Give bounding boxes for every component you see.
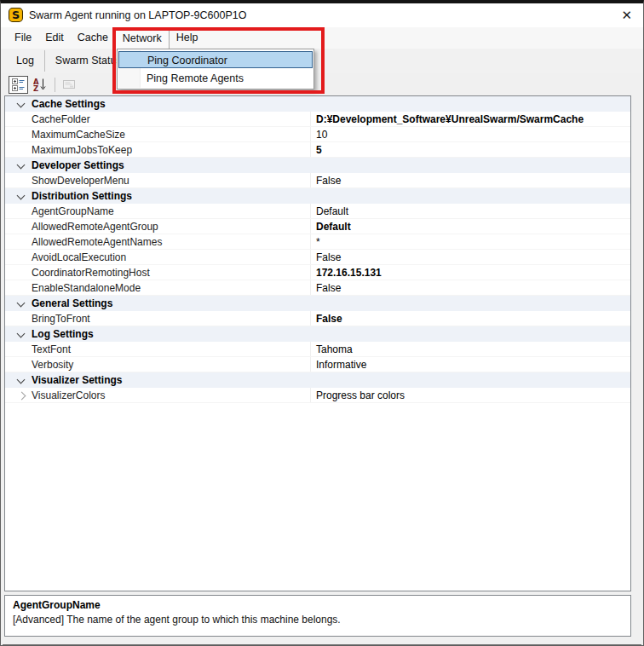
category-row-distribution-settings[interactable]: Distribution Settings bbox=[5, 188, 630, 204]
menu-bar: FileEditCacheNetworkHelp bbox=[1, 27, 643, 49]
menu-item-edit[interactable]: Edit bbox=[38, 28, 71, 48]
description-title: AgentGroupName bbox=[13, 599, 623, 611]
property-row-visualizercolors[interactable]: VisualizerColorsProgress bar colors bbox=[5, 388, 630, 403]
property-value[interactable]: Informative bbox=[310, 357, 630, 372]
category-label: General Settings bbox=[5, 296, 310, 311]
property-value[interactable]: Default bbox=[310, 204, 630, 218]
tab-strip: LogSwarm Status bbox=[1, 49, 643, 73]
close-icon[interactable]: ✕ bbox=[621, 7, 632, 24]
property-row-enablestandalonemode[interactable]: EnableStandaloneModeFalse bbox=[5, 280, 630, 296]
network-menu-dropdown: Ping CoordinatorPing Remote Agents bbox=[117, 49, 314, 89]
property-value[interactable]: 5 bbox=[310, 142, 630, 157]
category-row-visualizer-settings[interactable]: Visualizer Settings bbox=[5, 372, 630, 388]
property-row-textfont[interactable]: TextFontTahoma bbox=[5, 342, 630, 357]
toolbar-separator bbox=[55, 78, 55, 92]
category-row-log-settings[interactable]: Log Settings bbox=[5, 326, 630, 342]
menu-item-cache[interactable]: Cache bbox=[71, 28, 115, 48]
property-value[interactable]: D:¥Development_Software¥UnrealSwarm/Swar… bbox=[310, 112, 630, 126]
swarm-agent-window: S Swarm Agent running on LAPTOP-9C600P1O… bbox=[0, 0, 644, 646]
property-row-verbosity[interactable]: VerbosityInformative bbox=[5, 357, 630, 372]
property-row-showdevelopermenu[interactable]: ShowDeveloperMenuFalse bbox=[5, 173, 630, 188]
tab-log[interactable]: Log bbox=[6, 50, 45, 72]
category-label: Developer Settings bbox=[5, 158, 310, 173]
property-name: VisualizerColors bbox=[5, 388, 310, 402]
property-name: AvoidLocalExecution bbox=[5, 250, 310, 264]
menu-item-file[interactable]: File bbox=[8, 28, 38, 48]
property-value[interactable]: False bbox=[310, 250, 630, 264]
property-row-allowedremoteagentnames[interactable]: AllowedRemoteAgentNames* bbox=[5, 234, 630, 250]
category-row-general-settings[interactable]: General Settings bbox=[5, 296, 630, 311]
property-name: Verbosity bbox=[5, 357, 310, 372]
category-label: Visualizer Settings bbox=[5, 372, 310, 388]
property-row-avoidlocalexecution[interactable]: AvoidLocalExecutionFalse bbox=[5, 250, 630, 265]
property-value[interactable]: Tahoma bbox=[310, 342, 630, 356]
property-value[interactable]: Default bbox=[310, 219, 630, 234]
property-row-maximumjobstokeep[interactable]: MaximumJobsToKeep5 bbox=[5, 142, 630, 158]
property-value[interactable]: 172.16.15.131 bbox=[310, 265, 630, 280]
property-row-maximumcachesize[interactable]: MaximumCacheSize10 bbox=[5, 127, 630, 142]
property-name: ShowDeveloperMenu bbox=[5, 173, 310, 187]
window-title: Swarm Agent running on LAPTOP-9C600P1O bbox=[29, 9, 246, 21]
property-value[interactable]: False bbox=[310, 173, 630, 187]
property-name: AllowedRemoteAgentNames bbox=[5, 234, 310, 249]
property-name: MaximumCacheSize bbox=[5, 127, 310, 141]
property-value[interactable]: False bbox=[310, 311, 630, 326]
window-bottom-border bbox=[3, 644, 641, 645]
category-row-cache-settings[interactable]: Cache Settings bbox=[5, 96, 630, 112]
alphabetical-sort-icon[interactable]: AZ bbox=[30, 76, 49, 94]
menu-option-ping-coordinator[interactable]: Ping Coordinator bbox=[118, 51, 313, 68]
property-row-coordinatorremotinghost[interactable]: CoordinatorRemotingHost172.16.15.131 bbox=[5, 265, 630, 280]
categorized-icon[interactable] bbox=[9, 76, 28, 94]
property-name: MaximumJobsToKeep bbox=[5, 142, 310, 157]
description-text: [Advanced] The name of the agent group t… bbox=[13, 614, 623, 626]
category-row-developer-settings[interactable]: Developer Settings bbox=[5, 158, 630, 173]
property-pages-icon bbox=[59, 76, 78, 94]
svg-text:Z: Z bbox=[33, 84, 38, 92]
menu-item-network[interactable]: Network bbox=[115, 28, 170, 49]
property-row-agentgroupname[interactable]: AgentGroupNameDefault bbox=[5, 204, 630, 219]
property-name: TextFont bbox=[5, 342, 310, 356]
property-grid: Cache SettingsCacheFolderD:¥Development_… bbox=[4, 95, 631, 591]
svg-text:S: S bbox=[12, 9, 20, 21]
category-label: Log Settings bbox=[5, 326, 310, 342]
property-name: AllowedRemoteAgentGroup bbox=[5, 219, 310, 234]
property-row-allowedremoteagentgroup[interactable]: AllowedRemoteAgentGroupDefault bbox=[5, 219, 630, 234]
property-value[interactable]: 10 bbox=[310, 127, 630, 141]
window-bottom-strip bbox=[1, 637, 643, 646]
menu-option-ping-remote-agents[interactable]: Ping Remote Agents bbox=[118, 69, 313, 88]
property-value[interactable]: * bbox=[310, 234, 630, 249]
category-label: Distribution Settings bbox=[5, 188, 310, 204]
menu-item-help[interactable]: Help bbox=[170, 28, 205, 48]
description-pane: AgentGroupName [Advanced] The name of th… bbox=[4, 595, 631, 637]
category-label: Cache Settings bbox=[5, 96, 310, 112]
swarm-app-icon: S bbox=[9, 8, 23, 22]
property-name: CacheFolder bbox=[5, 112, 310, 126]
property-name: EnableStandaloneMode bbox=[5, 280, 310, 295]
property-grid-toolbar: AZ bbox=[4, 73, 631, 95]
property-name: AgentGroupName bbox=[5, 204, 310, 218]
property-name: CoordinatorRemotingHost bbox=[5, 265, 310, 280]
property-value[interactable]: Progress bar colors bbox=[310, 388, 630, 402]
property-value[interactable]: False bbox=[310, 280, 630, 295]
property-row-cachefolder[interactable]: CacheFolderD:¥Development_Software¥Unrea… bbox=[5, 112, 630, 127]
property-name: BringToFront bbox=[5, 311, 310, 326]
title-bar[interactable]: S Swarm Agent running on LAPTOP-9C600P1O… bbox=[1, 3, 643, 27]
property-row-bringtofront[interactable]: BringToFrontFalse bbox=[5, 311, 630, 326]
